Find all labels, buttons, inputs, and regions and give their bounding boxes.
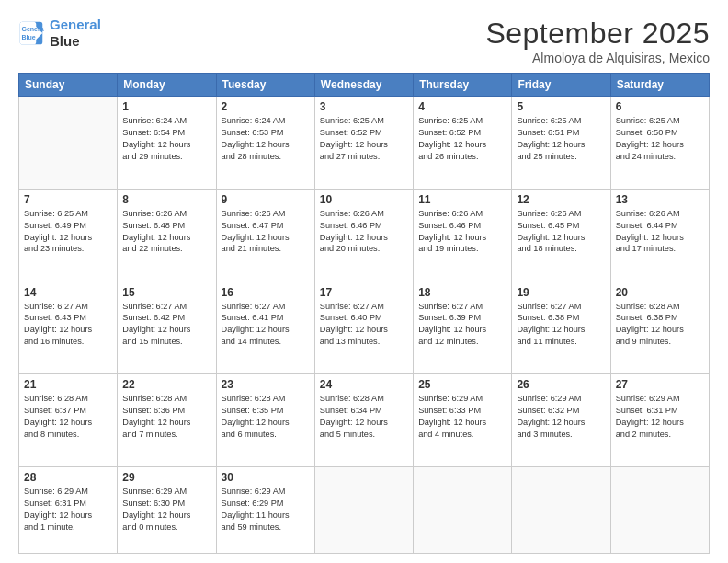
day-number: 9 xyxy=(222,193,310,206)
table-cell: 19Sunrise: 6:27 AM Sunset: 6:38 PM Dayli… xyxy=(512,282,610,374)
header-row: Sunday Monday Tuesday Wednesday Thursday… xyxy=(19,74,710,97)
day-number: 11 xyxy=(418,193,506,206)
table-cell: 11Sunrise: 6:26 AM Sunset: 6:46 PM Dayli… xyxy=(414,189,512,282)
title-block: September 2025 Almoloya de Alquisiras, M… xyxy=(485,17,710,65)
day-number: 23 xyxy=(222,378,310,391)
day-number: 5 xyxy=(517,100,605,113)
day-number: 3 xyxy=(320,100,408,113)
day-info: Sunrise: 6:26 AM Sunset: 6:46 PM Dayligh… xyxy=(418,208,506,256)
day-number: 29 xyxy=(122,471,210,484)
table-cell: 26Sunrise: 6:29 AM Sunset: 6:32 PM Dayli… xyxy=(512,374,610,467)
day-number: 24 xyxy=(320,378,408,391)
day-info: Sunrise: 6:26 AM Sunset: 6:48 PM Dayligh… xyxy=(122,208,210,256)
table-cell: 9Sunrise: 6:26 AM Sunset: 6:47 PM Daylig… xyxy=(216,189,314,282)
svg-text:General: General xyxy=(22,26,45,32)
day-info: Sunrise: 6:26 AM Sunset: 6:45 PM Dayligh… xyxy=(517,208,605,256)
col-thursday: Thursday xyxy=(414,74,512,97)
day-info: Sunrise: 6:28 AM Sunset: 6:34 PM Dayligh… xyxy=(320,393,408,441)
day-number: 26 xyxy=(517,378,605,391)
day-number: 4 xyxy=(418,100,506,113)
location-subtitle: Almoloya de Alquisiras, Mexico xyxy=(485,51,710,65)
day-info: Sunrise: 6:29 AM Sunset: 6:33 PM Dayligh… xyxy=(418,393,506,441)
table-cell xyxy=(314,467,413,554)
day-info: Sunrise: 6:27 AM Sunset: 6:39 PM Dayligh… xyxy=(418,301,506,349)
table-cell: 2Sunrise: 6:24 AM Sunset: 6:53 PM Daylig… xyxy=(216,97,314,190)
day-info: Sunrise: 6:27 AM Sunset: 6:41 PM Dayligh… xyxy=(222,301,310,349)
day-number: 15 xyxy=(122,286,210,299)
logo: General Blue General Blue xyxy=(18,17,101,50)
table-cell: 5Sunrise: 6:25 AM Sunset: 6:51 PM Daylig… xyxy=(512,97,610,190)
week-row-1: 1Sunrise: 6:24 AM Sunset: 6:54 PM Daylig… xyxy=(19,97,710,190)
table-cell xyxy=(414,467,512,554)
day-number: 12 xyxy=(517,193,605,206)
day-number: 14 xyxy=(24,286,112,299)
header: General Blue General Blue September 2025… xyxy=(18,17,710,65)
table-cell: 10Sunrise: 6:26 AM Sunset: 6:46 PM Dayli… xyxy=(314,189,413,282)
day-number: 30 xyxy=(222,471,310,484)
day-info: Sunrise: 6:27 AM Sunset: 6:40 PM Dayligh… xyxy=(320,301,408,349)
table-cell: 6Sunrise: 6:25 AM Sunset: 6:50 PM Daylig… xyxy=(610,97,709,190)
col-tuesday: Tuesday xyxy=(216,74,314,97)
table-cell: 22Sunrise: 6:28 AM Sunset: 6:36 PM Dayli… xyxy=(118,374,216,467)
table-cell: 23Sunrise: 6:28 AM Sunset: 6:35 PM Dayli… xyxy=(216,374,314,467)
col-friday: Friday xyxy=(512,74,610,97)
col-monday: Monday xyxy=(118,74,216,97)
day-number: 13 xyxy=(616,193,704,206)
day-info: Sunrise: 6:29 AM Sunset: 6:30 PM Dayligh… xyxy=(122,486,210,534)
day-info: Sunrise: 6:25 AM Sunset: 6:49 PM Dayligh… xyxy=(24,208,112,256)
table-cell xyxy=(512,467,610,554)
day-number: 17 xyxy=(320,286,408,299)
table-cell xyxy=(610,467,709,554)
table-cell: 28Sunrise: 6:29 AM Sunset: 6:31 PM Dayli… xyxy=(19,467,118,554)
day-number: 16 xyxy=(222,286,310,299)
day-info: Sunrise: 6:25 AM Sunset: 6:52 PM Dayligh… xyxy=(418,115,506,163)
day-info: Sunrise: 6:29 AM Sunset: 6:32 PM Dayligh… xyxy=(517,393,605,441)
table-cell: 18Sunrise: 6:27 AM Sunset: 6:39 PM Dayli… xyxy=(414,282,512,374)
day-number: 7 xyxy=(24,193,112,206)
table-cell: 3Sunrise: 6:25 AM Sunset: 6:52 PM Daylig… xyxy=(314,97,413,190)
day-info: Sunrise: 6:27 AM Sunset: 6:43 PM Dayligh… xyxy=(24,301,112,349)
logo-text: General Blue xyxy=(50,17,101,50)
day-info: Sunrise: 6:29 AM Sunset: 6:31 PM Dayligh… xyxy=(616,393,704,441)
day-info: Sunrise: 6:29 AM Sunset: 6:31 PM Dayligh… xyxy=(24,486,112,534)
table-cell: 1Sunrise: 6:24 AM Sunset: 6:54 PM Daylig… xyxy=(118,97,216,190)
day-info: Sunrise: 6:25 AM Sunset: 6:52 PM Dayligh… xyxy=(320,115,408,163)
table-cell: 13Sunrise: 6:26 AM Sunset: 6:44 PM Dayli… xyxy=(610,189,709,282)
day-number: 21 xyxy=(24,378,112,391)
day-number: 10 xyxy=(320,193,408,206)
week-row-4: 21Sunrise: 6:28 AM Sunset: 6:37 PM Dayli… xyxy=(19,374,710,467)
table-cell: 20Sunrise: 6:28 AM Sunset: 6:38 PM Dayli… xyxy=(610,282,709,374)
day-number: 6 xyxy=(616,100,704,113)
col-wednesday: Wednesday xyxy=(314,74,413,97)
day-info: Sunrise: 6:28 AM Sunset: 6:36 PM Dayligh… xyxy=(122,393,210,441)
table-cell: 17Sunrise: 6:27 AM Sunset: 6:40 PM Dayli… xyxy=(314,282,413,374)
table-cell: 30Sunrise: 6:29 AM Sunset: 6:29 PM Dayli… xyxy=(216,467,314,554)
day-info: Sunrise: 6:26 AM Sunset: 6:46 PM Dayligh… xyxy=(320,208,408,256)
svg-text:Blue: Blue xyxy=(22,34,36,40)
day-info: Sunrise: 6:25 AM Sunset: 6:51 PM Dayligh… xyxy=(517,115,605,163)
calendar-table: Sunday Monday Tuesday Wednesday Thursday… xyxy=(18,73,710,554)
day-info: Sunrise: 6:24 AM Sunset: 6:54 PM Dayligh… xyxy=(122,115,210,163)
day-number: 19 xyxy=(517,286,605,299)
day-info: Sunrise: 6:25 AM Sunset: 6:50 PM Dayligh… xyxy=(616,115,704,163)
day-info: Sunrise: 6:26 AM Sunset: 6:44 PM Dayligh… xyxy=(616,208,704,256)
table-cell: 16Sunrise: 6:27 AM Sunset: 6:41 PM Dayli… xyxy=(216,282,314,374)
table-cell: 25Sunrise: 6:29 AM Sunset: 6:33 PM Dayli… xyxy=(414,374,512,467)
table-cell: 21Sunrise: 6:28 AM Sunset: 6:37 PM Dayli… xyxy=(19,374,118,467)
table-cell: 7Sunrise: 6:25 AM Sunset: 6:49 PM Daylig… xyxy=(19,189,118,282)
day-info: Sunrise: 6:28 AM Sunset: 6:37 PM Dayligh… xyxy=(24,393,112,441)
table-cell: 8Sunrise: 6:26 AM Sunset: 6:48 PM Daylig… xyxy=(118,189,216,282)
day-info: Sunrise: 6:29 AM Sunset: 6:29 PM Dayligh… xyxy=(222,486,310,534)
day-info: Sunrise: 6:24 AM Sunset: 6:53 PM Dayligh… xyxy=(222,115,310,163)
day-info: Sunrise: 6:28 AM Sunset: 6:35 PM Dayligh… xyxy=(222,393,310,441)
page: General Blue General Blue September 2025… xyxy=(0,0,728,563)
col-saturday: Saturday xyxy=(610,74,709,97)
col-sunday: Sunday xyxy=(19,74,118,97)
day-number: 8 xyxy=(122,193,210,206)
day-number: 28 xyxy=(24,471,112,484)
day-number: 18 xyxy=(418,286,506,299)
day-info: Sunrise: 6:27 AM Sunset: 6:38 PM Dayligh… xyxy=(517,301,605,349)
table-cell xyxy=(19,97,118,190)
day-number: 20 xyxy=(616,286,704,299)
day-info: Sunrise: 6:26 AM Sunset: 6:47 PM Dayligh… xyxy=(222,208,310,256)
